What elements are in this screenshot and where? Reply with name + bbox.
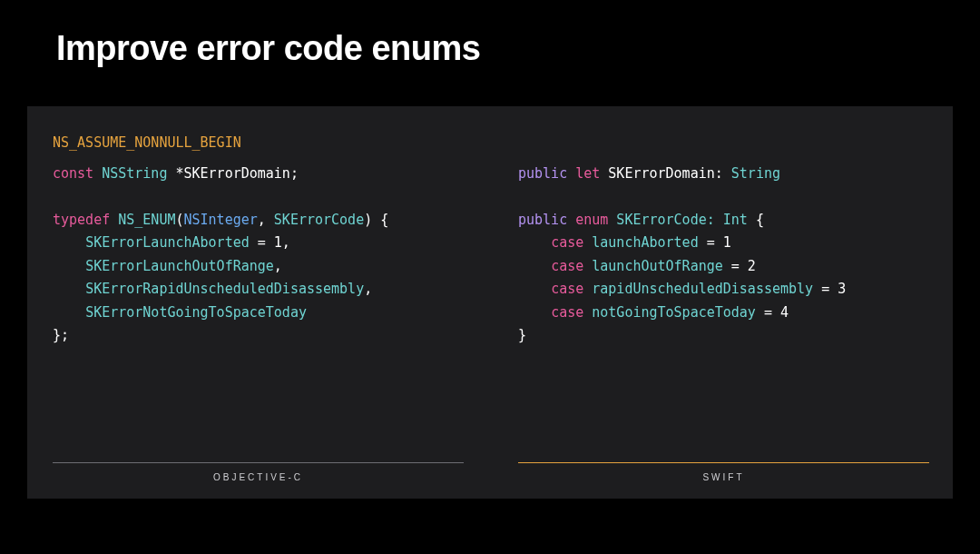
- type-int: Int: [723, 212, 748, 228]
- slide-title: Improve error code enums: [0, 0, 980, 68]
- paren-open: (: [175, 212, 183, 228]
- case-name: rapidUnscheduledDisassembly: [583, 281, 821, 297]
- case-eq: = 4: [764, 304, 789, 321]
- preamble-block: NS_ASSUME_NONNULL_BEGIN: [53, 132, 929, 155]
- brace-close: };: [53, 327, 69, 343]
- domain-decl: *SKErrorDomain;: [167, 165, 299, 182]
- kw-public: public: [518, 212, 567, 228]
- divider: [518, 462, 929, 463]
- swift-footer-label: SWIFT: [518, 472, 929, 482]
- kw-const: const: [53, 165, 93, 182]
- objc-footer-label: OBJECTIVE-C: [53, 472, 464, 482]
- code-panel: NS_ASSUME_NONNULL_BEGIN const NSString *…: [27, 106, 953, 499]
- comma: ,: [258, 212, 274, 228]
- objc-column: const NSString *SKErrorDomain; typedef N…: [53, 163, 464, 483]
- case-name: launchAborted: [583, 234, 706, 251]
- case-name: launchOutOfRange: [583, 258, 731, 274]
- divider: [53, 462, 464, 463]
- ns-enum: NS_ENUM: [118, 212, 175, 228]
- case-eq: = 1: [707, 234, 731, 251]
- swift-column: public let SKErrorDomain: String public …: [518, 163, 929, 483]
- enum-name: SKErrorCode: [274, 212, 364, 228]
- case-suffix: ,: [364, 281, 372, 297]
- objc-code: const NSString *SKErrorDomain; typedef N…: [53, 163, 464, 463]
- kw-case: case: [551, 234, 583, 251]
- brace-close: }: [518, 327, 526, 343]
- case-suffix: ,: [274, 258, 282, 274]
- case-eq: = 3: [821, 281, 846, 297]
- macro-nonnull: NS_ASSUME_NONNULL_BEGIN: [53, 134, 241, 151]
- kw-typedef: typedef: [53, 212, 110, 228]
- case-eq: = 2: [731, 258, 756, 274]
- enum-case: SKErrorNotGoingToSpaceToday: [85, 304, 307, 321]
- ns-integer: NSInteger: [184, 212, 258, 228]
- kw-let: let: [575, 165, 600, 182]
- paren-close: ) {: [364, 212, 388, 228]
- column-container: const NSString *SKErrorDomain; typedef N…: [53, 163, 929, 483]
- kw-case: case: [551, 258, 583, 274]
- kw-case: case: [551, 304, 583, 321]
- brace-open: {: [748, 212, 764, 228]
- enum-case: SKErrorLaunchAborted: [85, 234, 250, 251]
- type-string: String: [731, 165, 780, 182]
- kw-public: public: [518, 165, 567, 182]
- swift-code: public let SKErrorDomain: String public …: [518, 163, 929, 463]
- kw-case: case: [551, 281, 583, 297]
- kw-enum: enum: [575, 212, 608, 228]
- enum-name: SKErrorCode:: [608, 212, 722, 228]
- enum-case: SKErrorRapidUnscheduledDisassembly: [85, 281, 364, 297]
- type-nsstring: NSString: [102, 165, 167, 182]
- case-name: notGoingToSpaceToday: [583, 304, 764, 321]
- case-suffix: = 1,: [250, 234, 290, 251]
- enum-case: SKErrorLaunchOutOfRange: [85, 258, 274, 274]
- domain-name: SKErrorDomain:: [600, 165, 731, 182]
